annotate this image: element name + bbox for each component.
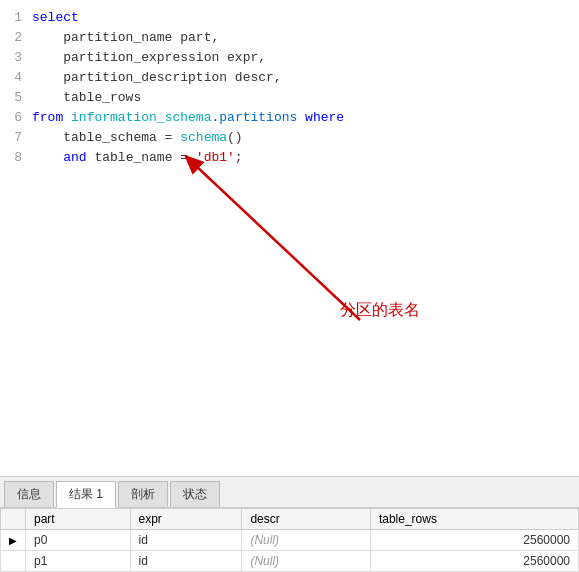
results-table: part expr descr table_rows ▶ p0 id (Null… [0,508,579,572]
line-number-6: 6 [0,108,32,128]
code-lines: 1 select 2 partition_name part, 3 partit… [0,8,579,168]
line-number-4: 4 [0,68,32,88]
table-header-table-rows: table_rows [370,509,578,530]
code-editor: 1 select 2 partition_name part, 3 partit… [0,0,579,476]
line-content-3: partition_expression expr, [32,48,579,68]
tab-results[interactable]: 结果 1 [56,481,116,508]
svg-line-1 [195,165,360,320]
cell-expr-1: id [130,530,242,551]
cell-expr-2: id [130,551,242,572]
results-area: part expr descr table_rows ▶ p0 id (Null… [0,507,579,572]
line-content-8: and table_name = 'db1'; [32,148,579,168]
tab-status[interactable]: 状态 [170,481,220,507]
cell-descr-1: (Null) [242,530,371,551]
line-number-5: 5 [0,88,32,108]
line-content-5: table_rows [32,88,579,108]
line-content-7: table_schema = schema() [32,128,579,148]
line-number-7: 7 [0,128,32,148]
cell-part-2: p1 [26,551,131,572]
line-content-1: select [32,8,579,28]
line-content-6: from information_schema.partitions where [32,108,579,128]
table-header-expr: expr [130,509,242,530]
tab-profile[interactable]: 剖析 [118,481,168,507]
cell-part-1: p0 [26,530,131,551]
code-line-4: 4 partition_description descr, [0,68,579,88]
line-number-8: 8 [0,148,32,168]
row-indicator-1: ▶ [1,530,26,551]
table-header-indicator [1,509,26,530]
line-content-4: partition_description descr, [32,68,579,88]
code-line-8: 8 and table_name = 'db1'; [0,148,579,168]
annotation-text: 分区的表名 [340,300,420,321]
row-indicator-2 [1,551,26,572]
code-line-6: 6 from information_schema.partitions whe… [0,108,579,128]
tabs-bar: 信息 结果 1 剖析 状态 [0,476,579,507]
code-line-3: 3 partition_expression expr, [0,48,579,68]
table-header-descr: descr [242,509,371,530]
table-row: p1 id (Null) 2560000 [1,551,579,572]
cell-descr-2: (Null) [242,551,371,572]
table-row: ▶ p0 id (Null) 2560000 [1,530,579,551]
cell-tablerows-1: 2560000 [370,530,578,551]
code-line-1: 1 select [0,8,579,28]
line-number-2: 2 [0,28,32,48]
code-line-7: 7 table_schema = schema() [0,128,579,148]
code-line-2: 2 partition_name part, [0,28,579,48]
line-number-3: 3 [0,48,32,68]
table-header-row: part expr descr table_rows [1,509,579,530]
table-header-part: part [26,509,131,530]
code-line-5: 5 table_rows [0,88,579,108]
tab-info[interactable]: 信息 [4,481,54,507]
line-number-1: 1 [0,8,32,28]
cell-tablerows-2: 2560000 [370,551,578,572]
line-content-2: partition_name part, [32,28,579,48]
